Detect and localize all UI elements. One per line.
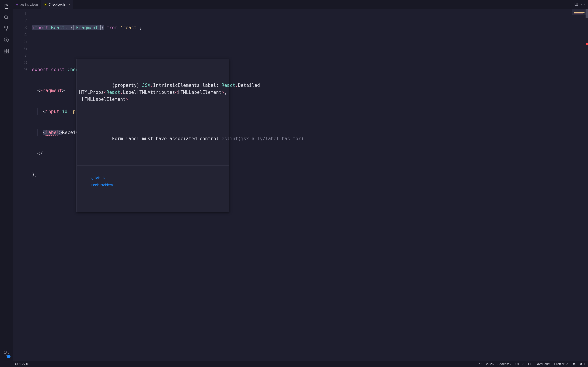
close-icon[interactable]: ✕ — [69, 3, 71, 6]
svg-point-18 — [575, 364, 575, 364]
main-column: ◉ .eslintrc.json JS Checkbox.js ✕ ··· 12… — [13, 0, 588, 367]
svg-rect-8 — [7, 51, 9, 53]
prettier-status[interactable]: Prettier: ✔ — [554, 362, 569, 366]
quick-fix-link[interactable]: Quick Fix… — [91, 176, 109, 180]
indentation-status[interactable]: Spaces: 2 — [498, 362, 511, 366]
peek-problem-link[interactable]: Peek Problem — [91, 183, 113, 187]
feedback-icon[interactable] — [573, 362, 576, 366]
app-root: 1 ◉ .eslintrc.json JS Checkbox.js ✕ ··· — [0, 0, 588, 367]
activity-bar: 1 — [0, 0, 13, 367]
error-count: 1 — [19, 362, 21, 366]
tab-label: Checkbox.js — [49, 3, 66, 7]
eslint-icon: ◉ — [15, 3, 18, 6]
status-bar: 1 0 Ln 1, Col 26 Spaces: 2 UTF-8 LF Java… — [13, 361, 588, 367]
editor-actions: ··· — [571, 0, 588, 9]
svg-point-10 — [6, 353, 7, 354]
search-icon[interactable] — [3, 14, 9, 21]
error-marker[interactable] — [586, 43, 588, 45]
code-line: import React, { Fragment } from 'react'; — [32, 24, 588, 31]
svg-rect-9 — [7, 49, 9, 51]
split-editor-icon[interactable] — [574, 2, 578, 7]
minimap[interactable] — [572, 9, 588, 15]
warning-count: 0 — [26, 362, 28, 366]
tab-checkbox-js[interactable]: JS Checkbox.js ✕ — [41, 0, 74, 9]
editor[interactable]: 123 456 789 import React, { Fragment } f… — [13, 9, 588, 361]
notifications-button[interactable]: 1 — [579, 362, 586, 366]
encoding-status[interactable]: UTF-8 — [515, 362, 524, 366]
debug-icon[interactable] — [3, 37, 9, 43]
explorer-icon[interactable] — [3, 3, 9, 9]
cursor-position[interactable]: Ln 1, Col 26 — [477, 362, 494, 366]
svg-point-17 — [573, 364, 574, 364]
js-icon: JS — [43, 3, 47, 6]
line-number-gutter: 123 456 789 — [13, 9, 32, 361]
source-control-icon[interactable] — [3, 25, 9, 32]
code-area[interactable]: import React, { Fragment } from 'react';… — [32, 9, 588, 361]
hover-actions: Quick Fix… Peek Problem — [77, 166, 229, 198]
svg-line-1 — [7, 18, 8, 19]
hover-signature: (property) JSX.IntrinsicElements.label: … — [77, 73, 229, 112]
notification-count: 1 — [584, 362, 586, 366]
svg-point-0 — [4, 16, 7, 18]
language-mode[interactable]: JavaScript — [536, 362, 550, 366]
extensions-icon[interactable] — [3, 48, 9, 54]
overview-ruler — [586, 9, 588, 361]
svg-rect-7 — [4, 51, 6, 53]
settings-update-badge[interactable]: 1 — [7, 355, 10, 358]
svg-point-2 — [4, 26, 5, 28]
hover-problem: Form label must have associated control … — [77, 126, 229, 151]
more-actions-icon[interactable]: ··· — [581, 2, 585, 7]
tab-eslintrc[interactable]: ◉ .eslintrc.json — [13, 0, 41, 9]
svg-rect-6 — [4, 49, 6, 51]
svg-point-4 — [6, 30, 7, 31]
tab-bar: ◉ .eslintrc.json JS Checkbox.js ✕ ··· — [13, 0, 588, 9]
problems-summary[interactable]: 1 0 — [15, 362, 28, 366]
eol-status[interactable]: LF — [528, 362, 532, 366]
hover-tooltip: (property) JSX.IntrinsicElements.label: … — [77, 59, 229, 212]
svg-point-16 — [573, 363, 575, 366]
svg-point-3 — [7, 26, 8, 28]
tab-label: .eslintrc.json — [20, 3, 38, 7]
